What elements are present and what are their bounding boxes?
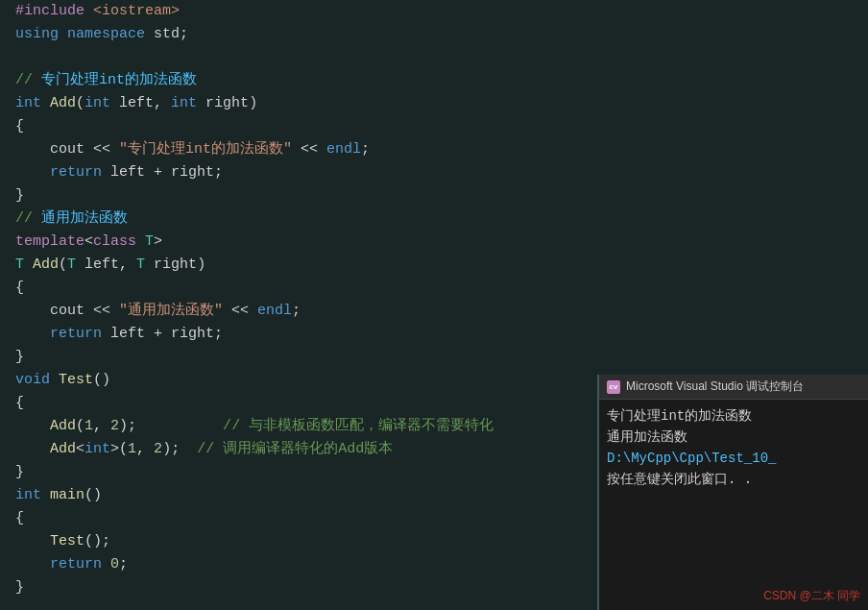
code-token: } bbox=[15, 464, 24, 480]
code-line: cout << "专门处理int的加法函数" << endl; bbox=[0, 138, 868, 161]
code-token: ( bbox=[76, 418, 84, 434]
code-token: 2 bbox=[110, 418, 119, 434]
code-token: #include bbox=[15, 3, 93, 19]
code-token: "通用加法函数" bbox=[119, 303, 223, 319]
code-line: } bbox=[0, 346, 868, 369]
code-token: , bbox=[93, 418, 110, 434]
code-token: > bbox=[154, 233, 162, 250]
line-content: // 通用加法函数 bbox=[6, 207, 868, 231]
code-token: ( bbox=[76, 95, 84, 111]
code-token: left bbox=[84, 256, 119, 273]
code-token: // bbox=[15, 210, 41, 227]
code-token: namespace bbox=[67, 26, 154, 42]
code-line: template<class T> bbox=[0, 231, 868, 254]
code-token: endl bbox=[326, 141, 361, 158]
code-token: Add bbox=[50, 441, 76, 457]
code-token: int bbox=[15, 95, 50, 111]
code-token: << bbox=[223, 303, 257, 319]
code-token: { bbox=[15, 510, 24, 526]
code-token: T bbox=[15, 256, 33, 273]
code-token: T bbox=[145, 233, 154, 250]
console-title: Microsoft Visual Studio 调试控制台 bbox=[626, 378, 804, 395]
code-token: T bbox=[136, 256, 154, 273]
code-token: 1 bbox=[128, 441, 136, 457]
code-line: using namespace std; bbox=[0, 23, 868, 46]
code-token: Add bbox=[50, 418, 76, 434]
code-token: endl bbox=[257, 303, 292, 319]
code-token bbox=[15, 533, 50, 549]
code-line: // 通用加法函数 bbox=[0, 207, 868, 231]
line-content: using namespace std; bbox=[6, 23, 868, 46]
console-line: 按任意键关闭此窗口. . bbox=[607, 469, 860, 490]
console-panel: cv Microsoft Visual Studio 调试控制台 专门处理int… bbox=[597, 375, 868, 610]
code-token: } bbox=[15, 579, 24, 596]
code-token: // bbox=[15, 72, 41, 88]
code-token: std bbox=[154, 26, 180, 42]
console-body: 专门处理int的加法函数通用加法函数D:\MyCpp\Cpp\Test_10_按… bbox=[599, 400, 868, 610]
line-content: { bbox=[6, 115, 868, 138]
code-token: cout bbox=[15, 141, 93, 158]
code-token: + bbox=[154, 164, 171, 181]
code-line: } bbox=[0, 184, 868, 207]
code-token: << bbox=[292, 141, 326, 158]
code-token: int bbox=[84, 441, 110, 457]
code-token: ); bbox=[162, 441, 197, 457]
line-content: cout << "专门处理int的加法函数" << endl; bbox=[6, 138, 868, 161]
line-content: template<class T> bbox=[6, 231, 868, 254]
code-token bbox=[15, 418, 50, 434]
code-token: , bbox=[119, 256, 136, 273]
console-header: cv Microsoft Visual Studio 调试控制台 bbox=[599, 375, 868, 400]
code-token: ; bbox=[292, 303, 301, 319]
console-line: 通用加法函数 bbox=[607, 427, 860, 448]
code-token: int bbox=[15, 487, 50, 503]
code-token: main bbox=[50, 487, 84, 503]
code-line: #include <iostream> bbox=[0, 0, 868, 23]
console-line: D:\MyCpp\Cpp\Test_10_ bbox=[607, 448, 860, 469]
code-token: right bbox=[154, 256, 197, 273]
code-token: cout bbox=[15, 303, 93, 319]
code-token: << bbox=[93, 303, 119, 319]
line-content: } bbox=[6, 346, 868, 369]
code-line: cout << "通用加法函数" << endl; bbox=[0, 300, 868, 323]
code-token: ) bbox=[249, 95, 257, 111]
code-token: <iostream> bbox=[93, 3, 180, 19]
code-token: { bbox=[15, 118, 24, 134]
code-line: return left + right; bbox=[0, 323, 868, 346]
code-token: ( bbox=[59, 256, 67, 273]
code-token: using bbox=[15, 26, 67, 42]
code-token: right bbox=[171, 326, 214, 342]
line-content: int Add(int left, int right) bbox=[6, 92, 868, 115]
code-token: Add bbox=[33, 256, 59, 273]
code-token bbox=[15, 164, 50, 181]
code-line: { bbox=[0, 277, 868, 300]
code-line: T Add(T left, T right) bbox=[0, 254, 868, 277]
code-token: template bbox=[15, 233, 84, 250]
line-content: { bbox=[6, 277, 868, 300]
code-line: int Add(int left, int right) bbox=[0, 92, 868, 115]
code-token: "专门处理int的加法函数" bbox=[119, 141, 292, 158]
line-content: return left + right; bbox=[6, 323, 868, 346]
line-content: } bbox=[6, 184, 868, 207]
code-token: T bbox=[67, 256, 84, 273]
code-token: int bbox=[171, 95, 205, 111]
code-token: return bbox=[50, 556, 110, 573]
code-token: // 调用编译器特化的Add版本 bbox=[197, 441, 393, 457]
code-token: << bbox=[93, 141, 119, 158]
code-token: 专门处理int的加法函数 bbox=[41, 72, 197, 88]
code-token: right bbox=[171, 164, 214, 181]
code-line: return left + right; bbox=[0, 161, 868, 184]
code-token bbox=[15, 556, 50, 573]
code-token: + bbox=[154, 326, 171, 342]
code-token: (); bbox=[84, 533, 110, 549]
csdn-watermark: CSDN @二木 同学 bbox=[763, 588, 860, 604]
code-token: right bbox=[205, 95, 249, 111]
code-line bbox=[0, 46, 868, 69]
code-token: 2 bbox=[154, 441, 162, 457]
code-token: } bbox=[15, 349, 24, 365]
code-token: < bbox=[84, 233, 93, 250]
code-token: ) bbox=[197, 256, 205, 273]
code-token: // 与非模板函数匹配，编译器不需要特化 bbox=[136, 418, 494, 434]
code-token: , bbox=[154, 95, 171, 111]
code-token: Test bbox=[59, 372, 93, 388]
code-token: } bbox=[15, 187, 24, 204]
